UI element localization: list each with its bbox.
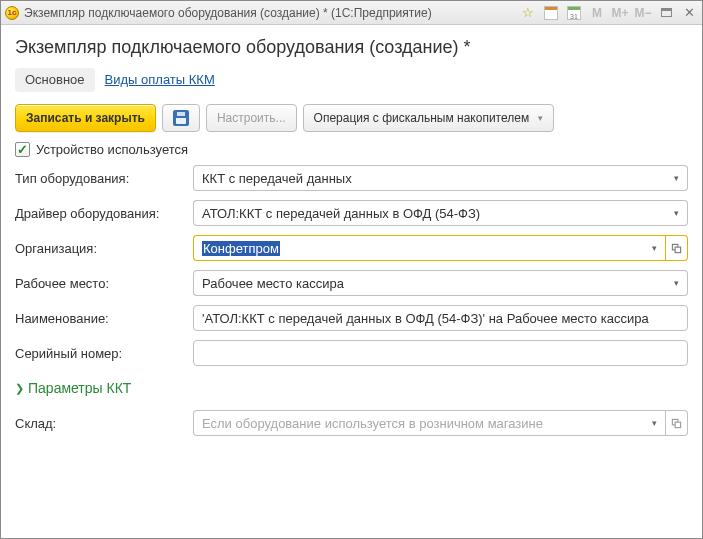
memory-mplus-button[interactable]: M+ xyxy=(609,3,631,23)
calendar-orange-icon[interactable] xyxy=(540,3,562,23)
label-organization: Организация: xyxy=(15,241,185,256)
organization-value-selected: Конфетпром xyxy=(202,241,280,256)
driver-dropdown-icon[interactable]: ▾ xyxy=(666,200,688,226)
warehouse-open-icon[interactable] xyxy=(666,410,688,436)
label-name: Наименование: xyxy=(15,311,185,326)
device-used-row: ✓ Устройство используется xyxy=(15,142,688,157)
toolbar: Записать и закрыть Настроить... Операция… xyxy=(15,104,688,132)
chevron-right-icon: ❯ xyxy=(15,382,24,395)
maximize-button[interactable] xyxy=(655,3,677,23)
save-and-close-button[interactable]: Записать и закрыть xyxy=(15,104,156,132)
organization-dropdown-icon[interactable]: ▾ xyxy=(644,235,666,261)
form-bottom: Склад: ▾ xyxy=(15,410,688,436)
form: Тип оборудования: ▾ Драйвер оборудования… xyxy=(15,165,688,366)
name-input[interactable] xyxy=(193,305,688,331)
label-serial: Серийный номер: xyxy=(15,346,185,361)
warehouse-input[interactable] xyxy=(193,410,644,436)
page-title: Экземпляр подключаемого оборудования (со… xyxy=(15,37,688,58)
titlebar: 1c Экземпляр подключаемого оборудования … xyxy=(1,1,702,25)
organization-input[interactable]: Конфетпром xyxy=(193,235,644,261)
driver-combo[interactable]: ▾ xyxy=(193,200,688,226)
organization-open-icon[interactable] xyxy=(666,235,688,261)
kkt-params-label: Параметры ККТ xyxy=(28,380,131,396)
workplace-combo[interactable]: ▾ xyxy=(193,270,688,296)
warehouse-combo[interactable]: ▾ xyxy=(193,410,688,436)
label-warehouse: Склад: xyxy=(15,416,185,431)
svg-rect-1 xyxy=(675,247,681,253)
workplace-input[interactable] xyxy=(193,270,666,296)
memory-m-button[interactable]: M xyxy=(586,3,608,23)
memory-mminus-button[interactable]: M− xyxy=(632,3,654,23)
configure-button[interactable]: Настроить... xyxy=(206,104,297,132)
calendar-green-icon[interactable]: 31 xyxy=(563,3,585,23)
serial-input[interactable] xyxy=(193,340,688,366)
workplace-dropdown-icon[interactable]: ▾ xyxy=(666,270,688,296)
label-workplace: Рабочее место: xyxy=(15,276,185,291)
fiscal-operation-label: Операция с фискальным накопителем xyxy=(314,111,530,125)
device-used-label: Устройство используется xyxy=(36,142,188,157)
app-logo-icon: 1c xyxy=(5,6,19,20)
driver-input[interactable] xyxy=(193,200,666,226)
chevron-down-icon: ▾ xyxy=(538,113,543,123)
equipment-type-input[interactable] xyxy=(193,165,666,191)
equipment-type-dropdown-icon[interactable]: ▾ xyxy=(666,165,688,191)
tab-payment-types[interactable]: Виды оплаты ККМ xyxy=(95,68,225,92)
equipment-type-combo[interactable]: ▾ xyxy=(193,165,688,191)
label-driver: Драйвер оборудования: xyxy=(15,206,185,221)
tabs: Основное Виды оплаты ККМ xyxy=(15,68,688,92)
save-button[interactable] xyxy=(162,104,200,132)
device-used-checkbox[interactable]: ✓ xyxy=(15,142,30,157)
window-title: Экземпляр подключаемого оборудования (со… xyxy=(24,6,517,20)
svg-rect-3 xyxy=(675,422,681,428)
label-equipment-type: Тип оборудования: xyxy=(15,171,185,186)
warehouse-dropdown-icon[interactable]: ▾ xyxy=(644,410,666,436)
organization-combo[interactable]: Конфетпром ▾ xyxy=(193,235,688,261)
fiscal-operation-button[interactable]: Операция с фискальным накопителем ▾ xyxy=(303,104,555,132)
tab-main[interactable]: Основное xyxy=(15,68,95,92)
content-area: Экземпляр подключаемого оборудования (со… xyxy=(1,25,702,442)
kkt-params-expander[interactable]: ❯ Параметры ККТ xyxy=(15,380,688,396)
favorite-icon[interactable]: ☆ xyxy=(517,3,539,23)
floppy-disk-icon xyxy=(173,110,189,126)
titlebar-toolbar: ☆ 31 M M+ M− ✕ xyxy=(517,3,700,23)
close-window-button[interactable]: ✕ xyxy=(678,3,700,23)
